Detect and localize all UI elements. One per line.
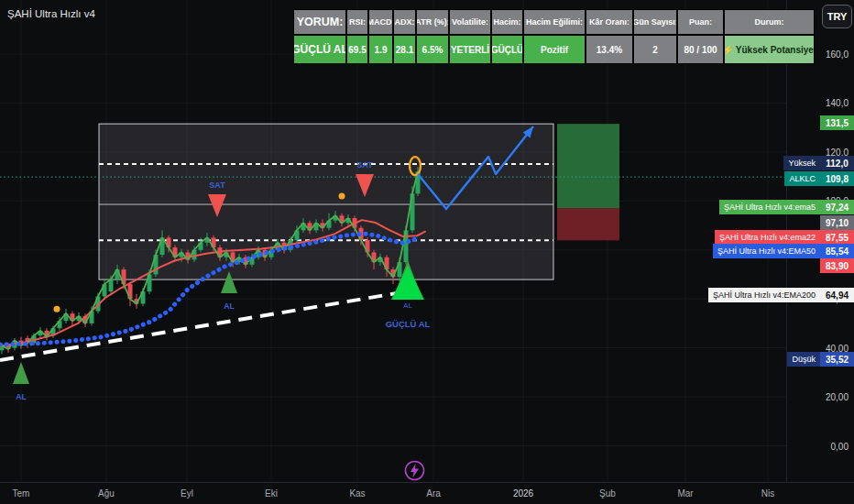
currency-button[interactable]: TRY <box>822 5 852 28</box>
y-axis-tick: 0,00 <box>831 441 849 451</box>
y-axis-tick: 160,0 <box>826 49 849 59</box>
strong-buy-label: GÜÇLÜ AL <box>386 319 431 329</box>
table-value-text: YETERLİ <box>451 45 489 55</box>
price-badge: 83,90 <box>820 258 854 273</box>
x-axis-label: Ağu <box>98 488 115 499</box>
table-value-text: 6.5% <box>422 45 443 55</box>
price-badge-tag: Düşük <box>787 352 820 367</box>
signal-dot <box>54 306 60 312</box>
table-column-4: ATR (%):6.5% <box>417 10 450 63</box>
table-value-cell: 28.1 <box>394 36 415 63</box>
price-badge-tag: ALKLC <box>784 171 820 186</box>
table-value-cell: Pozitif <box>524 36 585 63</box>
analysis-table: YORUM:GÜÇLÜ ALRSI:69.5MACD:1.9ADX:28.1AT… <box>293 9 815 64</box>
x-axis-label: Şub <box>599 488 616 499</box>
buy-marker <box>13 362 29 384</box>
table-value-text: Yüksek Potansiyel <box>736 45 814 55</box>
y-axis-tick: 140,0 <box>826 98 849 108</box>
table-header-cell: YORUM: <box>294 10 345 36</box>
price-badge-value: 97,10 <box>820 215 854 230</box>
table-value-cell: 1.9 <box>369 36 392 63</box>
signal-dot <box>339 192 345 199</box>
buy-label: AL <box>403 301 412 310</box>
table-column-2: MACD:1.9 <box>369 10 394 63</box>
sell-label: SAT <box>209 181 225 190</box>
price-badge: Düşük35,52 <box>787 352 854 367</box>
price-badge-value: 83,90 <box>820 258 854 273</box>
table-value-cell: ⚡Yüksek Potansiyel <box>725 36 814 63</box>
sell-label: SAT <box>356 160 373 170</box>
bolt-icon: ⚡ <box>725 45 734 55</box>
indicator-title: ŞAHİ Ultra Hızlı v4 <box>7 8 95 19</box>
table-header-cell: Volatilite: <box>450 10 490 36</box>
price-badge: Yüksek112,0 <box>783 156 854 170</box>
price-badge: ALKLC109,8 <box>784 171 854 186</box>
analysis-range-box <box>99 124 553 279</box>
price-badge-value: 109,8 <box>820 171 854 186</box>
y-axis-tick: 20,00 <box>826 392 849 402</box>
price-badge: ŞAHİ Ultra Hızlı v4:ema597,24 <box>719 200 854 214</box>
table-column-8: Kâr Oranı:13.4% <box>586 10 634 63</box>
table-header-cell: ATR (%): <box>417 10 448 36</box>
table-header-cell: Hacim: <box>492 10 522 36</box>
price-badge-value: 64,94 <box>820 288 854 302</box>
table-value-text: 2 <box>652 45 658 55</box>
table-value-cell: 80 / 100 <box>678 36 723 63</box>
table-value-text: 1.9 <box>375 45 388 55</box>
table-value-text: GÜÇLÜ <box>492 45 522 55</box>
price-axis[interactable]: 160,0140,0120,0100,080,0060,0040,0020,00… <box>785 0 854 483</box>
buy-label: AL <box>224 301 234 311</box>
price-badge: 97,10 <box>820 215 854 230</box>
table-header-cell: Gün Sayısı: <box>634 10 676 36</box>
x-axis-label: 2026 <box>513 488 533 499</box>
table-value-text: 69.5 <box>348 45 366 55</box>
x-axis-label: Eyl <box>181 488 193 499</box>
stop-zone-box <box>557 208 619 240</box>
table-header-cell: RSI: <box>347 10 367 36</box>
price-badge: ŞAHİ Ultra Hızlı v4:EMA20064,94 <box>708 288 854 302</box>
table-header-cell: Kâr Oranı: <box>586 10 632 36</box>
table-column-0: YORUM:GÜÇLÜ AL <box>294 10 347 63</box>
price-badge-value: 85,54 <box>820 244 854 258</box>
x-axis-label: Nis <box>761 488 774 499</box>
table-column-9: Gün Sayısı:2 <box>634 10 678 63</box>
table-value-text: Pozitif <box>541 45 568 55</box>
price-badge-value: 35,52 <box>820 352 854 367</box>
price-badge: ŞAHİ Ultra Hızlı v4:ema2287,55 <box>715 230 854 245</box>
target-zone-box <box>557 124 619 208</box>
price-badge-value: 97,24 <box>820 200 854 214</box>
table-header-cell: Durum: <box>725 10 814 36</box>
table-header-cell: MACD: <box>369 10 392 36</box>
x-axis-label: Ara <box>426 488 441 499</box>
table-column-1: RSI:69.5 <box>347 10 369 63</box>
price-badge-tag: Yüksek <box>783 156 820 170</box>
table-value-cell: 69.5 <box>347 36 367 63</box>
table-value-text: GÜÇLÜ AL <box>294 43 345 56</box>
table-column-11: Durum:⚡Yüksek Potansiyel <box>725 10 814 63</box>
price-badge: 131,5 <box>820 115 854 130</box>
buy-label: AL <box>16 392 26 401</box>
table-header-cell: Puan: <box>678 10 723 36</box>
table-column-10: Puan:80 / 100 <box>678 10 725 63</box>
table-value-cell: GÜÇLÜ <box>492 36 522 63</box>
x-axis-label: Kas <box>349 488 365 499</box>
trading-chart-app: ŞAHİ Ultra Hızlı v4 ALSATALSATALGÜÇLÜ AL… <box>0 0 854 504</box>
x-axis-label: Eki <box>265 488 278 499</box>
table-value-cell: 2 <box>634 36 676 63</box>
price-badge-value: 87,55 <box>820 230 854 245</box>
boost-lightning-icon[interactable] <box>404 460 425 481</box>
x-axis-label: Tem <box>13 488 30 499</box>
price-badge-value: 112,0 <box>820 156 854 170</box>
time-axis[interactable]: TemAğuEylEkiKasAra2026ŞubMarNis <box>0 482 854 504</box>
price-badge-tag: ŞAHİ Ultra Hızlı v4:ema5 <box>719 200 820 214</box>
table-column-5: Volatilite:YETERLİ <box>450 10 492 63</box>
table-value-cell: GÜÇLÜ AL <box>294 36 345 63</box>
table-column-6: Hacim:GÜÇLÜ <box>492 10 524 63</box>
table-value-text: 13.4% <box>597 45 622 55</box>
x-axis-label: Mar <box>677 488 693 499</box>
price-badge-tag: ŞAHİ Ultra Hızlı v4:EMA200 <box>708 288 820 302</box>
price-badge: ŞAHİ Ultra Hızlı v4:EMA5085,54 <box>713 244 854 258</box>
price-badge-value: 131,5 <box>820 115 854 130</box>
table-header-cell: ADX: <box>394 10 415 36</box>
table-value-cell: 13.4% <box>586 36 632 63</box>
